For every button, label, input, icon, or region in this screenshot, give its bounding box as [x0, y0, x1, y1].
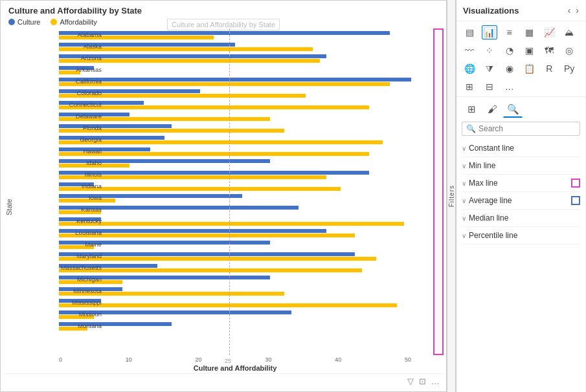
viz-icon-map[interactable]: 🗺: [541, 43, 557, 58]
x-tick: 40: [335, 356, 341, 363]
focus-toolbar-icon[interactable]: ⊡: [419, 376, 426, 386]
analytics-item-label: Average line: [469, 196, 569, 205]
chart-area: State AlabamaAlaskaArizonaArkansasCalifo…: [3, 28, 444, 373]
culture-bar: [59, 78, 411, 82]
viz-panel-title: Visualizations: [463, 6, 519, 16]
viz-icon-gauge[interactable]: ◎: [561, 43, 577, 58]
analytics-item-label: Constant line: [469, 144, 580, 153]
analytics-item[interactable]: ∨Median line: [462, 210, 580, 227]
search-input[interactable]: [479, 124, 576, 133]
bar-label: Connecticut: [59, 100, 102, 110]
bars-group: [59, 101, 411, 109]
affordability-bar: [59, 268, 362, 272]
viz-tab-format[interactable]: 🖌: [482, 101, 502, 118]
culture-bar: [59, 252, 355, 256]
viz-tab-fields[interactable]: ⊞: [462, 101, 481, 118]
chart-panel: Culture and Affordability by State Cultu…: [0, 0, 447, 392]
bar-row: Kansas: [59, 204, 411, 215]
chevron-icon: ∨: [462, 145, 466, 152]
x-axis-title: Culture and Affordability: [59, 364, 411, 372]
analytics-item[interactable]: ∨Percentile line: [462, 227, 580, 245]
viz-icon-globe[interactable]: 🌐: [462, 61, 477, 76]
viz-icon-matrix[interactable]: ⊟: [482, 80, 497, 94]
bar-row: Arkansas: [59, 65, 411, 75]
analytics-badge: [571, 179, 580, 188]
filter-toolbar-icon[interactable]: ▽: [407, 376, 414, 386]
bar-row: Indiana: [59, 181, 411, 191]
analytics-item[interactable]: ∨Min line: [462, 157, 580, 175]
chevron-icon: ∨: [462, 162, 466, 169]
bars-group: [59, 182, 411, 191]
bar-row: Delaware: [59, 111, 411, 122]
bars-group: [59, 241, 411, 249]
analytics-item-label: Min line: [469, 161, 580, 170]
viz-icon-cluster-bar[interactable]: ▦: [522, 25, 537, 39]
viz-icon-ribbon[interactable]: 〰: [462, 43, 477, 58]
chevron-icon: ∨: [462, 232, 466, 239]
viz-icons-row3: 🌐 ⧩ ◉ 📋 R Py: [456, 58, 585, 76]
viz-icon-table[interactable]: ⊞: [462, 80, 477, 94]
viz-icon-area-chart[interactable]: ⛰: [561, 25, 577, 39]
bar-label: California: [59, 76, 102, 87]
viz-tab-analytics[interactable]: 🔍: [503, 101, 523, 118]
viz-panel: Visualizations ‹ › ▤ 📊 ≡ ▦ 📈 ⛰ 〰 ⁘ ◔ ▣ 🗺…: [456, 0, 585, 392]
bar-row: Louisiana: [59, 228, 411, 238]
analytics-item-label: Percentile line: [469, 231, 580, 240]
chevron-icon: ∨: [462, 197, 466, 204]
bars-group: [59, 136, 411, 144]
culture-bar: [59, 171, 369, 175]
bar-label: Minnesota: [59, 286, 102, 296]
bars-group: [59, 113, 411, 121]
viz-icon-scatter[interactable]: ⁘: [482, 43, 497, 58]
analytics-item[interactable]: ∨Max line: [462, 175, 580, 192]
bars-group: [59, 147, 411, 156]
viz-icon-more[interactable]: …: [502, 80, 517, 94]
affordability-bar: [59, 303, 397, 307]
bars-group: [59, 43, 411, 51]
bars-group: [59, 66, 411, 74]
viz-icon-line-chart[interactable]: 📈: [541, 25, 557, 39]
search-box[interactable]: 🔍: [462, 122, 580, 136]
bar-label: Maine: [59, 239, 102, 250]
viz-icon-radial[interactable]: ◉: [502, 61, 517, 76]
viz-icon-pie[interactable]: ◔: [502, 43, 517, 58]
bar-label: Mississippi: [59, 298, 102, 308]
chart-content: AlabamaAlaskaArizonaArkansasCaliforniaCo…: [15, 28, 444, 373]
viz-icon-tree[interactable]: ▣: [522, 43, 537, 58]
bar-row: California: [59, 76, 411, 87]
analytics-item[interactable]: ∨Average line: [462, 192, 580, 210]
viz-icon-funnel[interactable]: ⧩: [482, 61, 497, 76]
x-axis-ticks: 01020304050: [59, 355, 411, 363]
bar-label: Colorado: [59, 88, 102, 98]
viz-icon-kpi[interactable]: 📋: [522, 61, 537, 76]
more-toolbar-icon[interactable]: …: [431, 376, 440, 386]
bar-row: Iowa: [59, 193, 411, 203]
bar-label: Missouri: [59, 309, 102, 320]
viz-icon-bar-chart[interactable]: 📊: [482, 25, 497, 39]
viz-icon-python[interactable]: Py: [561, 61, 577, 76]
bars-group: [59, 299, 411, 307]
bar-row: Michigan: [59, 274, 411, 285]
viz-icon-r-visual[interactable]: R: [541, 61, 557, 76]
culture-label: Culture: [17, 18, 40, 26]
bar-label: Alaska: [59, 41, 102, 52]
bar-row: Montana: [59, 321, 411, 331]
bars-group: [59, 287, 411, 296]
arrow-left-icon[interactable]: ‹: [568, 5, 571, 16]
bar-label: Indiana: [59, 181, 102, 191]
viz-icon-bar-h[interactable]: ≡: [502, 25, 517, 39]
arrow-right-icon[interactable]: ›: [576, 5, 579, 16]
culture-dot: [8, 19, 15, 25]
filters-label: Filters: [448, 185, 455, 207]
bars-group: [59, 276, 411, 284]
bar-row: Alaska: [59, 41, 411, 52]
bar-label: Iowa: [59, 193, 102, 203]
bars-group: [59, 217, 411, 226]
viz-icon-stacked-bar[interactable]: ▤: [462, 25, 477, 39]
legend-affordability: Affordability: [51, 18, 96, 26]
bars-group: [59, 264, 411, 272]
analytics-item[interactable]: ∨Constant line: [462, 140, 580, 157]
viz-icons-row1: ▤ 📊 ≡ ▦ 📈 ⛰: [456, 21, 585, 39]
bars-group: [59, 310, 411, 319]
analytics-items: ∨Constant line∨Min line∨Max line∨Average…: [456, 140, 585, 392]
